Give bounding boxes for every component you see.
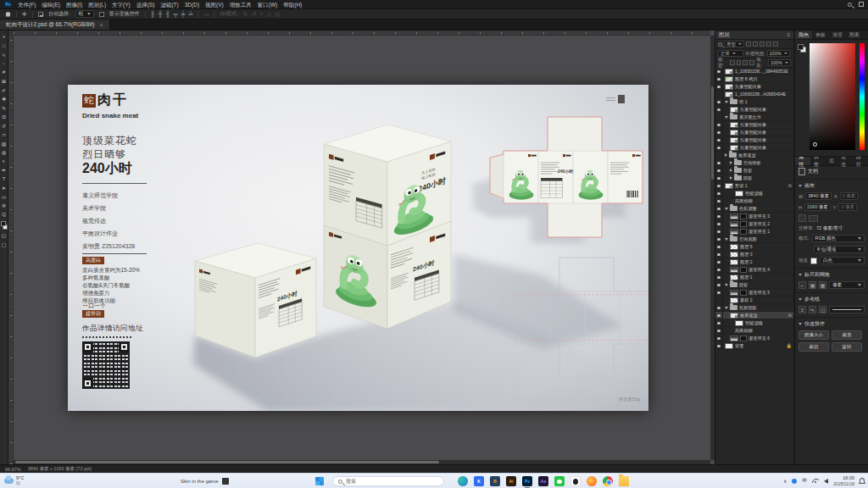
tool-button[interactable]: ▨ [0, 139, 8, 148]
taskbar-weather-widget[interactable]: 9°C 晴 [4, 475, 24, 485]
menu-item[interactable]: 帮助(H) [283, 0, 302, 9]
filter-smart-icon[interactable] [773, 42, 778, 47]
layer-name[interactable]: 矢量智能对象 [740, 137, 766, 143]
quick-action-button[interactable]: 裁剪 [832, 330, 862, 340]
ime-indicator[interactable]: 中 [802, 477, 807, 485]
layer-thumbnail[interactable] [730, 290, 738, 296]
tool-button[interactable]: + [0, 32, 8, 42]
layer-row[interactable]: 形状 1 fx 🔒 [715, 182, 793, 190]
layer-row[interactable]: 空间底图 fx 🔒 [715, 236, 793, 243]
layer-thumbnail[interactable] [730, 107, 738, 113]
layer-row[interactable]: 智能滤镜 fx 🔒 [715, 319, 793, 327]
layer-name[interactable]: 智能滤镜 [745, 320, 763, 326]
layer-thumbnail[interactable] [725, 343, 733, 349]
layer-name[interactable]: 空间映射 [743, 160, 761, 166]
visibility-toggle-icon[interactable] [715, 327, 723, 334]
layer-name[interactable]: 渐变填充 5 [748, 290, 770, 296]
visibility-toggle-icon[interactable] [715, 319, 723, 326]
layer-thumbnail[interactable] [730, 274, 738, 280]
layer-row[interactable]: 渐变填充 6 fx 🔒 [715, 335, 793, 342]
color-swatches[interactable] [0, 221, 8, 231]
layer-thumbnail[interactable] [730, 206, 737, 211]
layer-name[interactable]: 渐变填充 2 [748, 221, 770, 227]
tool-button[interactable]: ✚ [0, 95, 8, 104]
align-icon[interactable]: ╢ [165, 11, 170, 17]
lock-guides-icon[interactable]: ◫ [819, 306, 826, 313]
layer-name[interactable]: 背景 [735, 343, 743, 349]
search-icon[interactable] [848, 3, 852, 7]
hue-slider[interactable] [860, 43, 865, 150]
bit-depth-dropdown[interactable]: 8 位/通道 [814, 246, 865, 253]
panel-tab[interactable]: 色板 [812, 30, 829, 39]
panel-tab[interactable]: 渐变 [829, 30, 846, 39]
layer-name[interactable]: 图层 1 [740, 274, 753, 280]
expand-arrow-icon[interactable] [725, 238, 728, 241]
document-tab[interactable]: 蛇肉干设计2.psd @ 66.7%(RGB/8#) × [0, 19, 110, 30]
layer-name[interactable]: 智能滤镜 [745, 191, 763, 197]
expand-arrow-icon[interactable] [725, 307, 728, 309]
document-canvas[interactable]: 240小时 [68, 85, 648, 411]
quick-action-button[interactable]: 图像大小 [798, 330, 829, 340]
guide-style-dropdown[interactable] [829, 306, 865, 313]
layer-name[interactable]: 效果遮盖 [738, 152, 756, 158]
visibility-toggle-icon[interactable] [715, 281, 723, 288]
tool-button[interactable]: T [0, 175, 8, 184]
visibility-toggle-icon[interactable] [715, 236, 723, 242]
y-field[interactable]: 0 像素 [838, 203, 857, 211]
tool-button[interactable]: ✒ [0, 166, 8, 175]
layer-mask-thumbnail[interactable] [740, 214, 747, 219]
visibility-toggle-icon[interactable] [715, 289, 723, 296]
tool-button[interactable]: ✣ [0, 202, 8, 211]
lock-position-icon[interactable] [743, 60, 748, 65]
fill-color-swatch[interactable] [810, 258, 817, 264]
layer-row[interactable]: 图层 2 fx 🔒 [715, 258, 793, 266]
layer-name[interactable]: 渐变填充 6 [748, 336, 770, 341]
layer-name[interactable]: 渐变填充 1 [748, 229, 770, 235]
layer-name[interactable]: 阴影 [739, 282, 748, 288]
visibility-toggle-icon[interactable] [715, 213, 723, 219]
layer-thumbnail[interactable] [725, 183, 733, 189]
blend-mode-dropdown[interactable]: 正常 [718, 50, 743, 57]
layer-thumbnail[interactable] [730, 99, 737, 104]
layer-thumbnail[interactable] [730, 259, 738, 265]
layer-row[interactable]: 矢量智能对象 fx 🔒 [715, 83, 793, 91]
close-icon[interactable]: × [100, 22, 103, 28]
align-icon[interactable]: ╫ [159, 11, 163, 17]
visibility-toggle-icon[interactable] [715, 167, 723, 174]
layer-thumbnail[interactable] [725, 69, 733, 75]
taskbar-news-widget[interactable]: Skin in the game [181, 478, 229, 485]
taskbar-app-icon[interactable]: K [474, 476, 484, 486]
layer-name[interactable]: 高斯模糊 [735, 198, 753, 204]
visibility-toggle-icon[interactable] [715, 83, 723, 90]
units-dropdown[interactable]: 像素 [829, 281, 865, 289]
auto-select-dropdown[interactable]: 组 [75, 10, 94, 18]
layer-thumbnail[interactable] [734, 160, 742, 165]
layer-name[interactable]: 展开图文件 [739, 114, 761, 120]
layer-search-icon[interactable] [718, 42, 722, 47]
tool-button[interactable]: ↺ [0, 121, 8, 130]
layer-thumbnail[interactable] [725, 76, 733, 82]
layer-thumbnail[interactable] [730, 221, 738, 227]
layer-thumbnail[interactable] [730, 282, 737, 287]
visibility-toggle-icon[interactable] [715, 243, 723, 250]
layer-mask-thumbnail[interactable] [740, 229, 747, 235]
guides-icon[interactable]: ≡ [798, 306, 806, 313]
panel-tab[interactable]: 属性 [795, 157, 810, 165]
tool-button[interactable]: ✎ [0, 103, 8, 113]
align-icon[interactable]: ╟ [151, 11, 155, 17]
expand-arrow-icon[interactable] [725, 208, 728, 210]
zoom-level[interactable]: 66.67% [5, 467, 21, 472]
layer-mask-thumbnail[interactable] [740, 290, 747, 296]
fill-value[interactable]: 100% [768, 59, 791, 66]
visibility-toggle-icon[interactable] [715, 106, 723, 113]
layer-name[interactable]: 渐变填充 4 [748, 267, 770, 273]
orientation-portrait-button[interactable] [798, 214, 806, 222]
expand-arrow-icon[interactable] [725, 101, 728, 103]
visibility-toggle-icon[interactable] [715, 335, 723, 341]
layer-thumbnail[interactable] [730, 114, 737, 119]
layer-name[interactable]: 矢量智能对象 [735, 84, 761, 90]
home-icon[interactable] [5, 12, 11, 17]
layer-name[interactable]: 图层 3 [740, 252, 753, 258]
fx-badge[interactable]: fx [788, 313, 793, 318]
x-field[interactable]: 0 像素 [840, 192, 859, 200]
